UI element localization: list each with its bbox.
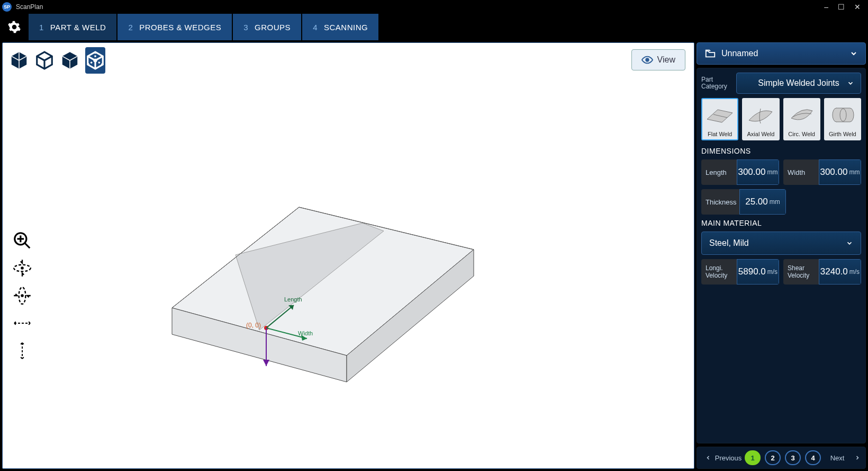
svg-point-4 [21, 295, 23, 296]
material-select[interactable]: Steel, Mild [701, 232, 861, 255]
window-title: ScanPlan [16, 3, 43, 11]
length-input[interactable]: 300.00mm [737, 159, 779, 185]
chevron-down-icon [846, 239, 853, 247]
step-indicator-2[interactable]: 2 [765, 450, 781, 465]
gear-icon [7, 20, 21, 34]
svg-point-2 [21, 267, 23, 269]
step-nav: Previous 1 2 3 4 Next [697, 447, 866, 469]
svg-text:Length: Length [284, 296, 302, 303]
length-label: Length [701, 159, 737, 185]
cube-solid-icon [9, 50, 29, 70]
circ-weld-icon [787, 104, 817, 126]
part-category-label: Part Category [701, 76, 732, 90]
folder-open-icon [704, 48, 716, 59]
tab-probes-wedges[interactable]: 2PROBES & WEDGES [117, 14, 232, 40]
pan-vertical-tool[interactable] [10, 339, 34, 363]
orbit-icon [12, 258, 32, 278]
shear-velocity-label: Shear Velocity [783, 259, 819, 285]
maximize-icon[interactable]: ☐ [838, 3, 845, 11]
weld-type-circ[interactable]: Circ. Weld [783, 98, 820, 140]
weld-type-axial[interactable]: Axial Weld [742, 98, 779, 140]
pan-horizontal-tool[interactable] [10, 311, 34, 335]
chevron-right-icon [854, 455, 861, 461]
chevron-left-icon [705, 455, 711, 461]
step-indicator-1[interactable]: 1 [745, 450, 761, 465]
shade-xray-button[interactable] [85, 47, 105, 74]
file-dropdown[interactable]: Unnamed [697, 42, 866, 65]
app-logo: SP [2, 2, 12, 12]
dimensions-header: DIMENSIONS [701, 147, 861, 155]
arrow-horizontal-icon [12, 318, 32, 328]
tab-part-weld[interactable]: 1PART & WELD [29, 14, 116, 40]
thickness-label: Thickness [701, 189, 739, 215]
width-label: Width [783, 159, 819, 185]
file-name: Unnamed [721, 49, 758, 58]
shade-wire-button[interactable] [34, 47, 55, 74]
material-header: MAIN MATERIAL [701, 219, 861, 227]
step-indicator-4[interactable]: 4 [805, 450, 821, 465]
axial-weld-icon [746, 104, 775, 126]
svg-text:Width: Width [298, 330, 313, 336]
titlebar: SP ScanPlan – ☐ ✕ [0, 0, 868, 14]
weld-type-flat[interactable]: Flat Weld [701, 98, 738, 140]
main-tabs: 1PART & WELD 2PROBES & WEDGES 3GROUPS 4S… [0, 14, 868, 40]
viewport-3d[interactable]: View (0, 0) Length Width [2, 42, 694, 469]
view-button[interactable]: View [631, 49, 685, 70]
cube-wire-icon [34, 50, 55, 70]
orbit-tool[interactable] [10, 256, 34, 280]
rotate-tool[interactable] [10, 283, 34, 308]
cube-hidden-icon [60, 50, 80, 70]
tab-scanning[interactable]: 4SCANNING [302, 14, 378, 40]
step-indicator-3[interactable]: 3 [785, 450, 801, 465]
rotate-icon [12, 286, 32, 306]
close-icon[interactable]: ✕ [854, 3, 861, 11]
zoom-tool[interactable] [10, 228, 34, 253]
cube-xray-icon [85, 50, 105, 70]
width-input[interactable]: 300.00mm [819, 159, 861, 185]
arrow-vertical-icon [17, 341, 28, 361]
shade-solid-button[interactable] [9, 47, 29, 74]
chevron-down-icon [847, 79, 854, 87]
part-3d-model: (0, 0) Length Width [135, 202, 495, 414]
previous-arrow[interactable] [700, 450, 716, 466]
thickness-input[interactable]: 25.00mm [739, 189, 786, 215]
eye-icon [641, 54, 653, 66]
shear-velocity-input[interactable]: 3240.0m/s [819, 259, 861, 285]
minimize-icon[interactable]: – [824, 3, 828, 11]
chevron-down-icon [849, 49, 858, 58]
longi-velocity-label: Longi. Velocity [701, 259, 737, 285]
flat-weld-icon [705, 104, 735, 126]
svg-marker-21 [263, 360, 269, 366]
svg-text:(0, 0): (0, 0) [246, 322, 261, 329]
part-category-select[interactable]: Simple Welded Joints [736, 73, 861, 94]
tab-groups[interactable]: 3GROUPS [233, 14, 301, 40]
girth-weld-icon [828, 104, 857, 126]
svg-point-5 [646, 58, 649, 61]
shade-hidden-button[interactable] [60, 47, 80, 74]
weld-type-girth[interactable]: Girth Weld [824, 98, 861, 140]
zoom-in-icon [12, 230, 32, 251]
longi-velocity-input[interactable]: 5890.0m/s [737, 259, 779, 285]
next-button[interactable]: Next [829, 450, 845, 466]
previous-button[interactable]: Previous [720, 450, 736, 466]
settings-button[interactable] [0, 14, 29, 40]
next-arrow[interactable] [849, 450, 865, 466]
properties-panel: Part Category Simple Welded Joints Flat … [697, 68, 866, 443]
